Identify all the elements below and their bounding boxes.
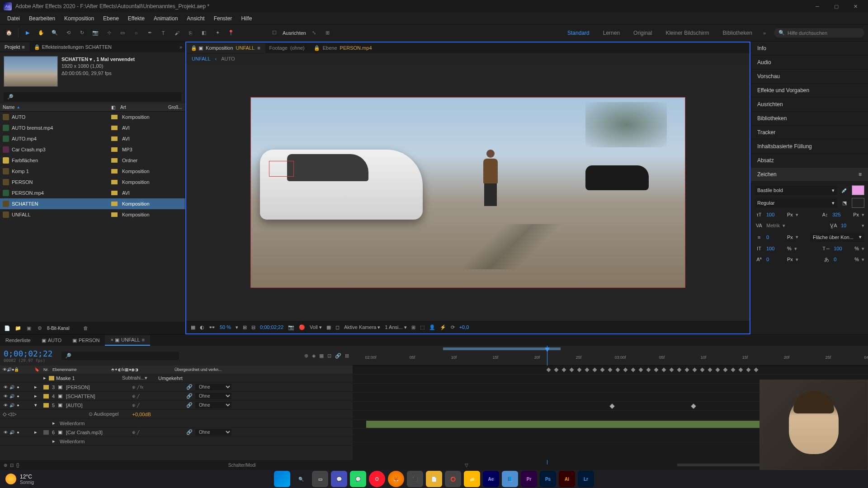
layer-row[interactable]: ◇ ◁ ▷⊙ Audiopegel+0,00dB — [0, 410, 353, 419]
workspace-more-icon[interactable]: » — [763, 30, 766, 36]
grid-icon[interactable]: ⊟ — [251, 324, 255, 330]
work-area[interactable] — [443, 347, 561, 350]
viewer-tab-komposition[interactable]: 🔒 ▣ Komposition UNFALL ≡ — [186, 43, 265, 53]
res-icon[interactable]: ⊞ — [243, 324, 247, 330]
alpha-icon[interactable]: ▦ — [191, 324, 195, 330]
viewer-tab-footage[interactable]: Footage (ohne) — [265, 43, 309, 52]
ae-icon[interactable]: Ae — [483, 471, 499, 487]
trash-icon[interactable]: 🗑 — [82, 324, 89, 332]
rp-ausrichten[interactable]: Ausrichten — [751, 98, 868, 112]
rp-absatz[interactable]: Absatz — [751, 154, 868, 168]
project-item[interactable]: AUTO.mp4AVI — [0, 133, 185, 144]
menu-fenster[interactable]: Fenster — [209, 14, 237, 23]
taskbar-search[interactable]: 🔍 — [293, 471, 309, 487]
switches-modes[interactable]: Schalter/Modi — [228, 463, 256, 468]
pan-behind-tool[interactable]: ⊹ — [104, 28, 114, 38]
zoom-value[interactable]: 50 % — [220, 324, 231, 330]
workspace-lernen[interactable]: Lernen — [600, 28, 623, 38]
firefox-icon[interactable]: 🦊 — [388, 471, 404, 487]
brush-tool[interactable]: 🖌 — [171, 28, 182, 38]
leading-value[interactable]: 325 — [832, 212, 850, 217]
mask-icon[interactable]: 👓 — [209, 324, 215, 330]
rp-tracker[interactable]: Tracker — [751, 126, 868, 140]
selection-tool[interactable]: ▶ — [22, 28, 33, 38]
project-item[interactable]: AUTOKomposition — [0, 112, 185, 122]
tl-icon2[interactable]: ◈ — [312, 353, 316, 359]
exposure-value[interactable]: +0,0 — [459, 324, 469, 330]
zoom-tool[interactable]: 🔍 — [49, 28, 60, 38]
project-item[interactable]: PERSONKomposition — [0, 177, 185, 188]
font-style[interactable]: Regular▾ — [755, 198, 837, 208]
tl-tab-renderliste[interactable]: Renderliste — [0, 336, 36, 345]
bpc-label[interactable]: 8-Bit-Kanal — [47, 326, 69, 331]
zoom-out-icon[interactable]: ▽ — [465, 463, 468, 468]
tl-icon3[interactable]: ▦ — [319, 353, 324, 359]
workspace-kleiner[interactable]: Kleiner Bildschirm — [663, 28, 712, 38]
flowchart-unfall[interactable]: UNFALL — [192, 56, 211, 61]
roto-tool[interactable]: ✦ — [212, 28, 223, 38]
rp-effekte[interactable]: Effekte und Vorgaben — [751, 84, 868, 98]
layer-row[interactable]: ▸Maske 1Subtrahi...▾Umgekehrt — [0, 374, 353, 383]
panel-menu-icon[interactable]: ≡ — [859, 171, 862, 178]
channel-icon[interactable]: ◐ — [200, 324, 204, 330]
project-item[interactable]: Komp 1Komposition — [0, 166, 185, 177]
tl-footer-icon3[interactable]: {} — [16, 463, 19, 468]
project-item[interactable]: FarbflächenOrdner — [0, 155, 185, 166]
photoshop-icon[interactable]: Ps — [540, 471, 556, 487]
type-tool[interactable]: T — [158, 28, 169, 38]
menu-komposition[interactable]: Komposition — [60, 14, 99, 23]
color-icon[interactable]: 🔴 — [299, 324, 305, 330]
pen-tool[interactable]: ✒ — [144, 28, 155, 38]
col-label-icon[interactable]: ◧ — [111, 105, 120, 110]
baseline[interactable]: 0 — [766, 257, 784, 262]
timeline-search[interactable]: 🔎 — [61, 352, 179, 360]
layer-row[interactable]: 👁🔊● ▸ 3 ▣ [PERSON] ⊕ ╱ fx 🔗 Ohne — [0, 383, 353, 392]
task-view[interactable]: ▭ — [312, 471, 328, 487]
vscale[interactable]: 100 — [766, 246, 784, 251]
close-button[interactable]: ✕ — [846, 0, 864, 13]
project-search[interactable]: 🔎 — [4, 92, 181, 102]
tl-tab-unfall[interactable]: × ▣ UNFALL ≡ — [105, 335, 150, 346]
folder-icon[interactable]: 📁 — [14, 324, 22, 332]
weather-widget[interactable]: 12°C Sonnig — [5, 474, 34, 485]
rp-info[interactable]: Info — [751, 42, 868, 56]
viewer-canvas[interactable] — [186, 64, 750, 321]
font-family[interactable]: Bastile bold▾ — [755, 186, 837, 195]
ellipse-tool[interactable]: ○ — [131, 28, 142, 38]
hand-tool[interactable]: ✋ — [36, 28, 47, 38]
viewer-tab-ebene[interactable]: 🔒 Ebene PERSON.mp4 — [309, 43, 377, 53]
rp-bibliotheken[interactable]: Bibliotheken — [751, 112, 868, 126]
snap-opt2[interactable]: ⊞ — [322, 28, 333, 38]
transparency-icon[interactable]: ▦ — [326, 324, 331, 330]
fill-color[interactable] — [852, 185, 864, 195]
layer-row[interactable]: 👁🔊● ▾ 5 ▣ [AUTO] ⊕ ╱ 🔗 Ohne — [0, 401, 353, 410]
hscale[interactable]: 100 — [834, 246, 852, 251]
tracking-value[interactable]: 10 — [841, 223, 859, 228]
region-icon[interactable]: ◻ — [335, 324, 340, 330]
puppet-tool[interactable]: 📍 — [226, 28, 236, 38]
project-item[interactable]: AUTO bremst.mp4AVI — [0, 122, 185, 133]
stroke-swap-icon[interactable]: ⬔ — [840, 199, 849, 207]
lightroom-icon[interactable]: Lr — [578, 471, 594, 487]
stroke-color[interactable] — [852, 198, 864, 208]
layer-row[interactable]: ▸Wellenform — [0, 419, 353, 428]
tsume[interactable]: 0 — [834, 257, 852, 262]
workspace-bibliotheken[interactable]: Bibliotheken — [720, 28, 755, 38]
tl-footer-icon2[interactable]: ⊡ — [10, 463, 14, 468]
app-icon3[interactable]: 📘 — [502, 471, 518, 487]
menu-ansicht[interactable]: Ansicht — [182, 14, 209, 23]
kerning-value[interactable]: Metrik — [766, 223, 780, 228]
whatsapp-icon[interactable]: 💬 — [350, 471, 366, 487]
dropdown-icon[interactable]: ▾ — [90, 56, 92, 63]
menu-datei[interactable]: Datei — [3, 14, 24, 23]
menu-animation[interactable]: Animation — [149, 14, 182, 23]
stroke-over[interactable]: Fläche über Kon...▾ — [810, 232, 864, 242]
col-type[interactable]: Art — [120, 105, 168, 110]
menu-ebene[interactable]: Ebene — [99, 14, 123, 23]
workspace-standard[interactable]: Standard — [565, 28, 592, 38]
view-icon1[interactable]: ⊞ — [411, 324, 415, 330]
snap-opt1[interactable]: ⤡ — [309, 28, 320, 38]
col-layername[interactable]: Ebenenname — [52, 367, 111, 372]
premiere-icon[interactable]: Pr — [521, 471, 537, 487]
project-item[interactable]: Car Crash.mp3MP3 — [0, 144, 185, 155]
